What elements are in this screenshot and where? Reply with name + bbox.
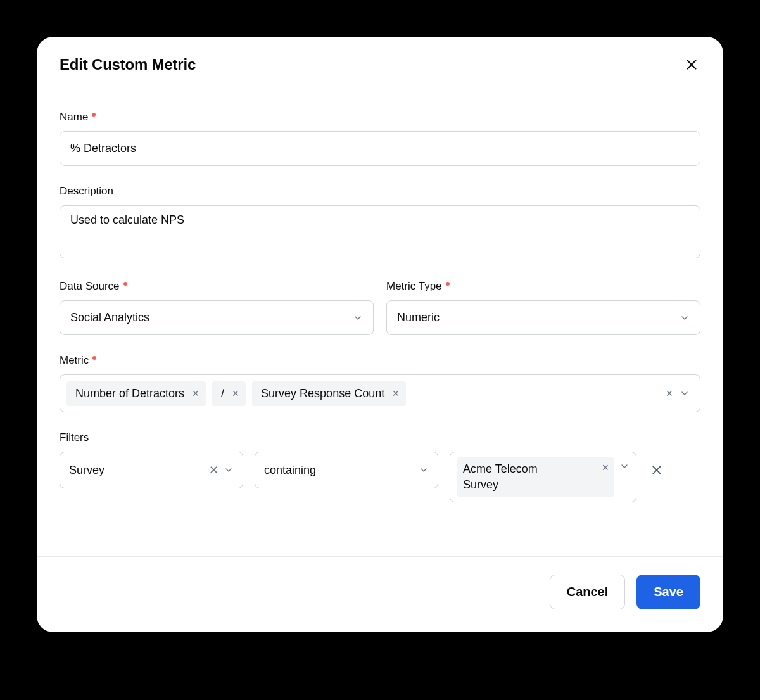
cancel-button[interactable]: Cancel: [550, 575, 626, 609]
required-indicator: [92, 356, 96, 360]
filter-row: Survey ✕ containing: [60, 452, 700, 502]
name-label-text: Name: [60, 111, 88, 124]
required-indicator: [124, 282, 127, 286]
filter-value-chip[interactable]: Acme Telecom Survey ✕: [457, 457, 614, 497]
chevron-down-icon[interactable]: [680, 388, 690, 398]
metric-token-label: Number of Detractors: [75, 387, 184, 400]
remove-token-icon[interactable]: ✕: [392, 388, 400, 398]
description-input[interactable]: Used to calculate NPS: [60, 205, 700, 258]
metric-label: Metric: [60, 354, 700, 367]
remove-token-icon[interactable]: ✕: [192, 388, 200, 398]
filter-field-value: Survey: [69, 464, 104, 477]
filter-value-select[interactable]: Acme Telecom Survey ✕: [450, 452, 636, 502]
source-type-row: Data Source Social Analytics Metric Type: [60, 280, 700, 335]
metric-field: Metric Number of Detractors ✕ / ✕ Survey…: [60, 354, 700, 412]
clear-all-icon[interactable]: ✕: [666, 388, 673, 398]
chevron-down-icon: [419, 465, 429, 475]
metric-type-value: Numeric: [397, 311, 440, 324]
filters-label: Filters: [60, 431, 700, 444]
description-label-text: Description: [60, 185, 113, 198]
filter-field-select[interactable]: Survey ✕: [60, 452, 243, 488]
dialog-title: Edit Custom Metric: [60, 56, 196, 73]
metric-type-select[interactable]: Numeric: [386, 300, 700, 335]
data-source-label-text: Data Source: [60, 280, 120, 293]
required-indicator: [92, 113, 96, 117]
description-field: Description Used to calculate NPS: [60, 185, 700, 261]
save-button[interactable]: Save: [636, 575, 700, 609]
metric-token-label: /: [221, 387, 224, 400]
filter-operator-value: containing: [264, 464, 316, 477]
metric-tail-controls: ✕: [666, 388, 694, 398]
filter-operator-select[interactable]: containing: [255, 452, 438, 488]
metric-token[interactable]: Survey Response Count ✕: [252, 381, 406, 406]
data-source-label: Data Source: [60, 280, 374, 293]
filters-field: Filters Survey ✕ containing: [60, 431, 700, 502]
remove-filter-row-button[interactable]: [648, 452, 666, 488]
remove-chip-icon[interactable]: ✕: [602, 462, 609, 473]
metric-token[interactable]: / ✕: [212, 381, 246, 406]
chevron-down-icon: [680, 313, 690, 323]
edit-custom-metric-dialog: Edit Custom Metric Name Description Used…: [37, 37, 723, 632]
description-label: Description: [60, 185, 700, 198]
chevron-down-icon: [353, 313, 363, 323]
name-input[interactable]: [60, 131, 700, 166]
required-indicator: [446, 282, 450, 286]
filter-value-line: Acme Telecom: [463, 462, 608, 476]
data-source-select[interactable]: Social Analytics: [60, 300, 374, 335]
metric-type-field: Metric Type Numeric: [386, 280, 700, 335]
close-button[interactable]: [683, 56, 700, 73]
dialog-header: Edit Custom Metric: [37, 37, 723, 89]
metric-label-text: Metric: [60, 354, 89, 367]
metric-token-label: Survey Response Count: [261, 387, 384, 400]
chevron-down-icon[interactable]: [619, 457, 630, 471]
dialog-footer: Cancel Save: [37, 556, 723, 632]
data-source-value: Social Analytics: [70, 311, 149, 324]
name-field: Name: [60, 111, 700, 166]
dialog-body: Name Description Used to calculate NPS D…: [37, 89, 723, 556]
filters-label-text: Filters: [60, 431, 89, 444]
filter-value-line: Survey: [463, 478, 608, 492]
data-source-field: Data Source Social Analytics: [60, 280, 374, 335]
metric-type-label: Metric Type: [386, 280, 700, 293]
chevron-down-icon: [224, 465, 234, 475]
metric-expression-input[interactable]: Number of Detractors ✕ / ✕ Survey Respon…: [60, 374, 700, 412]
metric-type-label-text: Metric Type: [386, 280, 442, 293]
close-icon: [685, 58, 699, 72]
name-label: Name: [60, 111, 700, 124]
remove-token-icon[interactable]: ✕: [232, 388, 239, 398]
modal-backdrop: Edit Custom Metric Name Description Used…: [0, 0, 760, 700]
clear-icon[interactable]: ✕: [209, 463, 218, 477]
close-icon: [650, 464, 663, 476]
metric-token[interactable]: Number of Detractors ✕: [66, 381, 206, 406]
